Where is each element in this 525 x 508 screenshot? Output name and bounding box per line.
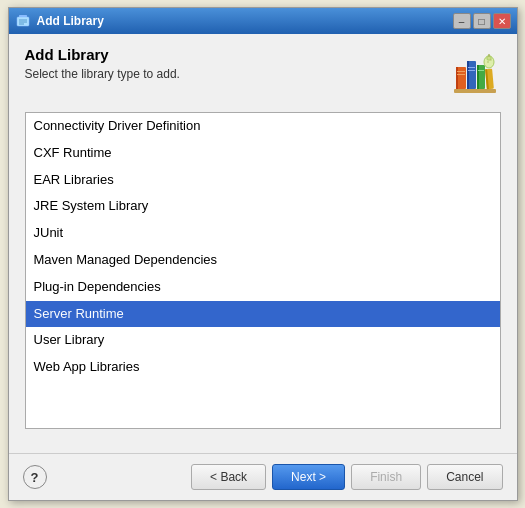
footer-left: ? xyxy=(23,465,47,489)
dialog-window: Add Library – □ ✕ Add Library Select the… xyxy=(8,7,518,501)
list-item[interactable]: User Library xyxy=(26,327,500,354)
minimize-button[interactable]: – xyxy=(453,13,471,29)
svg-rect-1 xyxy=(19,15,27,17)
svg-rect-8 xyxy=(457,71,465,72)
header-section: Add Library Select the library type to a… xyxy=(25,46,501,98)
dialog-content: Add Library Select the library type to a… xyxy=(9,34,517,453)
list-item[interactable]: Web App Libraries xyxy=(26,354,500,381)
next-button[interactable]: Next > xyxy=(272,464,345,490)
title-bar: Add Library – □ ✕ xyxy=(9,8,517,34)
dialog-icon xyxy=(15,13,31,29)
list-item[interactable]: Connectivity Driver Definition xyxy=(26,113,500,140)
svg-rect-16 xyxy=(478,70,484,71)
footer: ? < Back Next > Finish Cancel xyxy=(9,453,517,500)
svg-rect-11 xyxy=(467,61,469,89)
list-item[interactable]: EAR Libraries xyxy=(26,167,500,194)
list-item[interactable]: JRE System Library xyxy=(26,193,500,220)
list-item[interactable]: Plug-in Dependencies xyxy=(26,274,500,301)
maximize-button[interactable]: □ xyxy=(473,13,491,29)
svg-rect-12 xyxy=(468,67,475,68)
help-button[interactable]: ? xyxy=(23,465,47,489)
dialog-title: Add Library xyxy=(25,46,180,63)
library-list[interactable]: Connectivity Driver Definition CXF Runti… xyxy=(25,112,501,429)
list-item[interactable]: Maven Managed Dependencies xyxy=(26,247,500,274)
list-item[interactable]: CXF Runtime xyxy=(26,140,500,167)
window-title: Add Library xyxy=(37,14,104,28)
list-item-selected[interactable]: Server Runtime xyxy=(26,301,500,328)
svg-rect-7 xyxy=(456,67,458,89)
svg-point-22 xyxy=(487,61,489,63)
cancel-button[interactable]: Cancel xyxy=(427,464,502,490)
dialog-subtitle: Select the library type to add. xyxy=(25,67,180,81)
title-bar-left: Add Library xyxy=(15,13,104,29)
svg-rect-9 xyxy=(457,74,465,75)
footer-buttons: < Back Next > Finish Cancel xyxy=(191,464,502,490)
back-button[interactable]: < Back xyxy=(191,464,266,490)
svg-rect-13 xyxy=(468,70,475,71)
svg-point-23 xyxy=(490,59,492,61)
library-icon xyxy=(449,46,501,98)
finish-button[interactable]: Finish xyxy=(351,464,421,490)
svg-rect-21 xyxy=(488,54,490,57)
header-text: Add Library Select the library type to a… xyxy=(25,46,180,81)
list-item[interactable]: JUnit xyxy=(26,220,500,247)
svg-rect-5 xyxy=(454,89,496,93)
title-controls: – □ ✕ xyxy=(453,13,511,29)
close-button[interactable]: ✕ xyxy=(493,13,511,29)
svg-rect-15 xyxy=(477,65,479,89)
